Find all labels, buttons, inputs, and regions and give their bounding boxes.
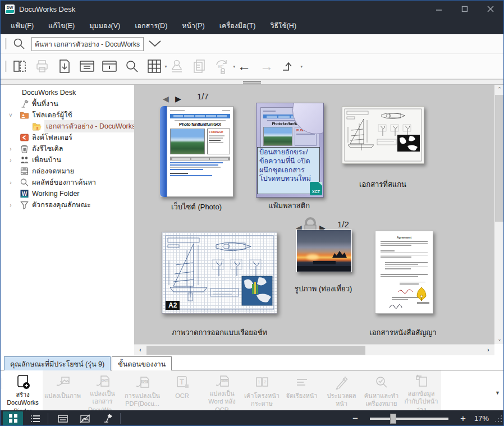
scroll-up-arrow[interactable]: ⌃: [494, 85, 504, 94]
import-document-button[interactable]: [56, 58, 73, 75]
tab-workflow[interactable]: ขั้นตอนของงาน: [112, 356, 172, 372]
svg-text:T: T: [180, 378, 184, 386]
menu-bar: แฟ้ม(F) แก้ไข(E) มุมมอง(V) เอกสาร(D) หน้…: [1, 17, 503, 34]
process-pages-button[interactable]: ประมวลผลหน้า: [322, 370, 361, 410]
desk-lamp-button[interactable]: [98, 411, 118, 425]
menu-document[interactable]: เอกสาร(D): [135, 20, 167, 31]
menu-help[interactable]: วิธีใช้(H): [270, 20, 296, 31]
tab-convenient-features[interactable]: คุณลักษณะที่มีประโยชน์ (รุ่น 9): [4, 356, 111, 372]
hide-preview-button[interactable]: [75, 411, 95, 425]
zoom-search-button[interactable]: [123, 58, 140, 75]
collapse-chevron-icon[interactable]: ˅: [7, 112, 14, 118]
convert-to-word-button[interactable]: DOCX แปลงเป็น Word หลัง OCR: [202, 370, 242, 410]
tree-item-workspace[interactable]: พื้นที่งาน: [1, 98, 134, 109]
minimize-button[interactable]: [426, 1, 452, 17]
menu-tools[interactable]: เครื่องมือ(T): [219, 20, 256, 31]
scroll-right-arrow[interactable]: ›: [483, 345, 493, 356]
window-resize-grip[interactable]: [494, 415, 502, 423]
scroll-down-arrow[interactable]: ⌄: [494, 335, 504, 344]
horizontal-splitter[interactable]: [1, 79, 503, 85]
copy-document-button[interactable]: [191, 58, 208, 75]
thumbnail-plastic-file[interactable]: Photo fun!fun!fun!GO! FUN!GO! ป้อนสายอัก…: [256, 103, 324, 198]
close-button[interactable]: [478, 1, 503, 17]
grid-view-button[interactable]: [3, 411, 23, 425]
page-layout-button[interactable]: 12 เค้าโครงหน้ากระดาษ: [242, 370, 282, 410]
copy-annotations-button[interactable]: ลอกข้อมูลกำกับไปหน้าว่าง: [401, 370, 441, 410]
forward-button[interactable]: →: [258, 58, 275, 75]
search-input[interactable]: [31, 37, 144, 51]
svg-text:1: 1: [258, 380, 260, 384]
view-grid-button[interactable]: ▼: [146, 58, 163, 75]
window-info-button[interactable]: [101, 58, 118, 75]
zoom-slider[interactable]: [370, 418, 448, 420]
expand-chevron-icon[interactable]: ›: [7, 202, 14, 208]
thumbnail-scanned-document[interactable]: [342, 106, 424, 164]
expand-chevron-icon[interactable]: ›: [7, 180, 14, 186]
zoom-slider-handle[interactable]: [390, 414, 396, 424]
tree-item-user-folder[interactable]: ˅ โฟลเดอร์ผู้ใช้: [1, 109, 134, 121]
mailbox-icon: [20, 167, 29, 176]
toolbar-grip[interactable]: [5, 61, 6, 72]
thumbnail-contract-document[interactable]: Agreement: [375, 231, 433, 314]
view-grid-dropdown-icon[interactable]: ▼: [164, 65, 168, 68]
tree-item-attribute-filter[interactable]: › ตัวกรองคุณลักษณะ: [1, 199, 134, 210]
print-button[interactable]: [34, 58, 51, 75]
vertical-scroll-thumb[interactable]: [495, 95, 504, 222]
open-spread-button[interactable]: [11, 58, 28, 75]
menu-view[interactable]: มุมมอง(V): [89, 20, 120, 31]
side-box-text: FUN!GO!: [209, 130, 228, 134]
rotate-90-button[interactable]: 90° ▾: [213, 58, 230, 75]
expand-chevron-icon[interactable]: ›: [7, 146, 14, 152]
thumbnail-label: เอกสารหนังสือสัญญา: [369, 327, 436, 338]
convert-to-image-button[interactable]: แปลงเป็นภาพ: [43, 370, 83, 410]
title-bar: DW DocuWorks Desk: [1, 1, 503, 17]
toolbar-grip[interactable]: [5, 38, 6, 49]
back-button[interactable]: ←: [236, 58, 253, 75]
tree-item-neighbors[interactable]: › เพื่อนบ้าน: [1, 154, 134, 166]
desk-lamp-icon: [20, 99, 29, 108]
search-and-mark-button[interactable]: ค้นหาและทำเครื่องหมาย: [361, 370, 401, 410]
horizontal-scroll-thumb[interactable]: [146, 346, 365, 355]
search-scope-chevron-icon[interactable]: [148, 40, 162, 48]
tree-item-link-folder[interactable]: ลิงค์โฟลเดอร์: [1, 132, 134, 143]
toolbar-overflow-dropdown-icon[interactable]: ▼: [495, 390, 500, 396]
signature-scribble: [397, 288, 414, 294]
convert-to-docuworks-button[interactable]: XDW แปลงเป็นเอกสาร DocuWo...: [83, 370, 122, 410]
tree-item-sample-documents[interactable]: เอกสารตัวอย่าง - DocuWorks 9.1: [1, 121, 134, 132]
menu-edit[interactable]: แก้ไข(E): [48, 20, 75, 31]
convert-to-pdf-button[interactable]: PDF การแปลงเป็น PDF(Docu...: [122, 370, 162, 410]
ocr-button[interactable]: T OCR: [162, 370, 202, 410]
next-page-arrow[interactable]: ▶: [175, 95, 181, 103]
svg-text:DOCX: DOCX: [221, 379, 228, 382]
tree-item-search-results[interactable]: › ผลลัพธ์ของการค้นหา: [1, 177, 134, 188]
zoom-in-button[interactable]: +: [456, 413, 470, 424]
maximize-button[interactable]: [452, 1, 478, 17]
list-view-button[interactable]: [25, 411, 45, 425]
thumbnail-travel-photo[interactable]: [296, 230, 352, 272]
scroll-left-arrow[interactable]: ‹: [135, 345, 145, 356]
tree-item-recycle-bin[interactable]: › ถังรีไซเคิล: [1, 143, 134, 154]
zoom-level: 17%: [474, 414, 489, 423]
infoview-button[interactable]: [53, 411, 73, 425]
thumbnail-label: รูปภาพ (ท่องเที่ยว): [295, 283, 352, 295]
rotate-dropdown-icon[interactable]: ▾: [233, 65, 235, 69]
thumbnail-yacht-drawing[interactable]: A2: [162, 232, 277, 314]
send-button[interactable]: ▾: [281, 58, 297, 75]
thumbnail-web-document[interactable]: Photo fun!fun!fun!GO! FUN!GO!: [160, 106, 233, 197]
panel-grip[interactable]: [2, 378, 2, 389]
menu-page[interactable]: หน้า(P): [182, 20, 204, 31]
horizontal-scrollbar[interactable]: ‹ ›: [134, 344, 494, 355]
arrange-pages-button[interactable]: จัดเรียงหน้า: [282, 370, 322, 410]
tree-item-mailbox[interactable]: กล่องจดหมาย: [1, 166, 134, 177]
zoom-out-button[interactable]: −: [349, 413, 362, 424]
vertical-scrollbar[interactable]: ⌃ ⌄: [494, 85, 504, 344]
prev-page-arrow[interactable]: ◀: [163, 95, 169, 103]
window-list-button[interactable]: [79, 58, 95, 75]
tree-item-working-folder[interactable]: W Working Folder: [1, 188, 134, 199]
send-dropdown-icon[interactable]: ▾: [300, 65, 303, 69]
stamp-button[interactable]: [168, 58, 185, 75]
create-binder-button[interactable]: สร้าง DocuWorks Binder: [3, 370, 43, 410]
tree-item-root[interactable]: DocuWorks Desk: [1, 87, 134, 98]
menu-file[interactable]: แฟ้ม(F): [11, 20, 34, 31]
expand-chevron-icon[interactable]: ›: [7, 157, 14, 163]
